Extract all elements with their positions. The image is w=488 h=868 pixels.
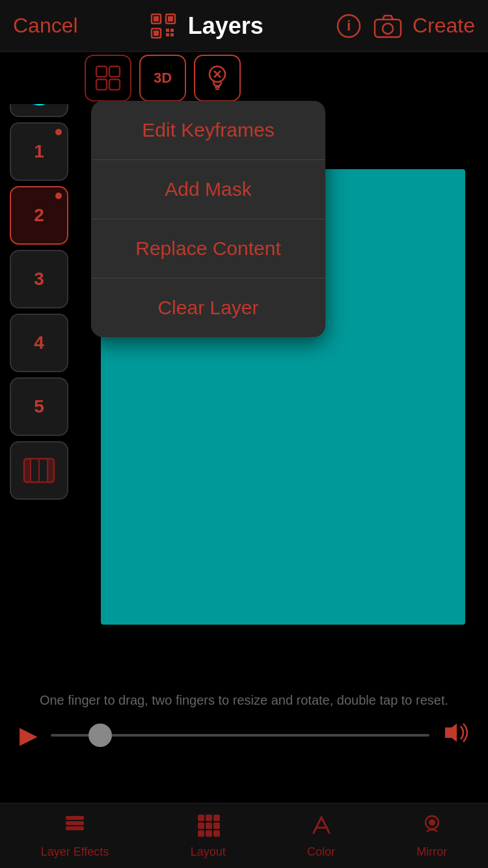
svg-rect-20 [96,66,107,77]
play-button[interactable]: ▶ [20,722,38,749]
svg-rect-21 [109,66,120,77]
layer-4-label: 4 [34,332,44,353]
svg-rect-6 [166,29,169,32]
svg-rect-39 [198,830,204,837]
layers-icon [63,813,87,841]
svg-rect-37 [206,822,212,829]
svg-rect-36 [198,822,204,829]
tab-mirror-label: Mirror [416,845,447,859]
playback-bar: ▶ [0,712,488,758]
layer-4-button[interactable]: 4 [10,314,68,372]
camera-icon[interactable] [373,12,402,40]
tab-color[interactable]: Color [307,813,335,859]
context-menu: Edit Keyframes Add Mask Replace Content … [91,101,325,337]
tab-bar: Layer Effects Layout Color [0,803,488,868]
filmstrip-button[interactable] [10,441,68,500]
color-icon [310,813,333,841]
tab-layer-effects[interactable]: Layer Effects [41,813,109,859]
svg-rect-34 [206,815,212,821]
layer-2-label: 2 [34,205,44,226]
svg-rect-30 [66,821,84,825]
layer-3-button[interactable]: 3 [10,250,68,308]
svg-rect-35 [213,815,220,821]
slider-thumb[interactable] [88,724,112,747]
layer-sidebar: 1 2 3 4 5 [0,52,78,768]
timeline-slider[interactable] [51,734,429,737]
cancel-button[interactable]: Cancel [13,14,78,38]
svg-rect-16 [47,459,54,482]
svg-rect-15 [24,459,31,482]
svg-rect-3 [168,16,173,21]
tab-color-label: Color [307,845,335,859]
svg-rect-32 [66,816,84,820]
svg-rect-7 [170,29,174,32]
svg-rect-22 [96,79,107,90]
svg-point-44 [429,819,435,826]
tab-layout-label: Layout [191,845,226,859]
tab-layer-effects-label: Layer Effects [41,845,109,859]
svg-rect-33 [198,815,204,821]
svg-rect-23 [109,79,120,90]
page-title: Layers [188,12,264,40]
toolbar: 3D [0,52,488,104]
svg-rect-5 [154,31,159,36]
svg-marker-29 [445,724,457,742]
svg-rect-9 [170,33,174,36]
svg-rect-41 [213,830,220,837]
svg-point-13 [383,23,393,34]
layer-2-button[interactable]: 2 [10,186,68,245]
layer-2-dot [55,193,62,199]
layer-3-label: 3 [34,269,44,290]
clear-layer-item[interactable]: Clear Layer [91,278,325,337]
replace-content-item[interactable]: Replace Content [91,219,325,278]
mirror-icon [420,813,444,841]
tab-mirror[interactable]: Mirror [416,813,447,859]
layout-icon [197,813,220,841]
layer-1-dot [55,129,62,135]
svg-rect-31 [66,826,84,830]
3d-label: 3D [154,70,172,87]
grid-layout-button[interactable] [85,55,131,102]
header: Cancel Layers i [0,0,488,52]
svg-rect-38 [213,822,220,829]
volume-button[interactable] [442,721,468,750]
3d-button[interactable]: 3D [139,55,186,102]
info-icon[interactable]: i [334,12,363,40]
layer-5-label: 5 [34,396,44,417]
tab-layout[interactable]: Layout [191,813,226,859]
svg-rect-8 [166,33,169,36]
qr-code-icon[interactable] [149,12,178,40]
layer-1-label: 1 [34,141,44,162]
svg-text:i: i [347,18,351,34]
add-mask-item[interactable]: Add Mask [91,160,325,219]
svg-rect-40 [206,830,212,837]
layer-5-button[interactable]: 5 [10,377,68,436]
edit-keyframes-item[interactable]: Edit Keyframes [91,101,325,160]
hint-text: One finger to drag, two fingers to resiz… [0,693,488,708]
layer-1-button[interactable]: 1 [10,122,68,181]
lightbulb-button[interactable] [194,55,241,102]
svg-rect-1 [154,16,159,21]
create-button[interactable]: Create [413,14,475,38]
